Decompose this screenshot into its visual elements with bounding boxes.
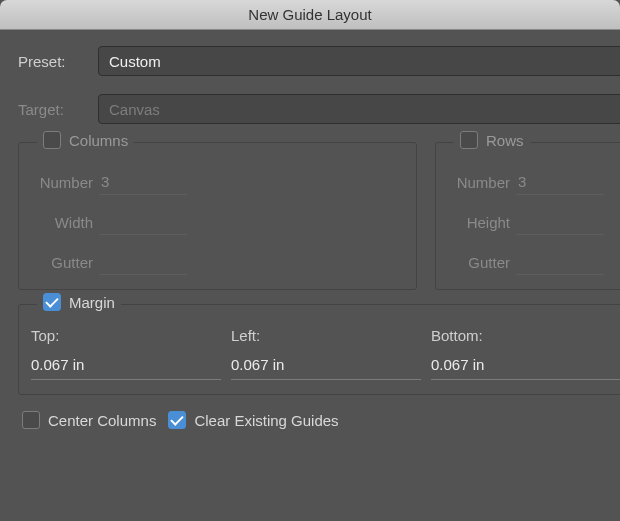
dialog-title: New Guide Layout [248,6,371,23]
rows-gutter-label: Gutter [448,254,516,271]
rows-number-label: Number [448,174,516,191]
margin-title: Margin [69,294,115,311]
rows-panel: Rows Number Height Gutter [435,142,620,290]
margin-bottom-input[interactable] [431,350,620,380]
target-label: Target: [18,101,98,118]
columns-title: Columns [69,132,128,149]
clear-guides-checkbox[interactable] [168,411,186,429]
preset-value: Custom [109,53,161,70]
rows-height-input[interactable] [516,209,604,235]
columns-gutter-label: Gutter [31,254,99,271]
margin-bottom-label: Bottom: [431,327,620,344]
center-columns-label: Center Columns [48,412,156,429]
target-select[interactable]: Canvas [98,94,620,124]
margin-left-label: Left: [231,327,421,344]
columns-panel: Columns Number Width Gutter [18,142,417,290]
target-value: Canvas [109,101,160,118]
dialog-titlebar: New Guide Layout [0,0,620,30]
margin-top-input[interactable] [31,350,221,380]
preset-label: Preset: [18,53,98,70]
center-columns-checkbox[interactable] [22,411,40,429]
columns-number-input[interactable] [99,169,187,195]
rows-height-label: Height [448,214,516,231]
margin-checkbox[interactable] [43,293,61,311]
columns-number-label: Number [31,174,99,191]
preset-select[interactable]: Custom [98,46,620,76]
columns-width-input[interactable] [99,209,187,235]
rows-checkbox[interactable] [460,131,478,149]
margin-left-input[interactable] [231,350,421,380]
margin-panel: Margin Top: Left: Bottom: Right: [18,304,620,395]
columns-checkbox[interactable] [43,131,61,149]
columns-width-label: Width [31,214,99,231]
rows-title: Rows [486,132,524,149]
clear-guides-label: Clear Existing Guides [194,412,338,429]
margin-top-label: Top: [31,327,221,344]
rows-number-input[interactable] [516,169,604,195]
columns-gutter-input[interactable] [99,249,187,275]
rows-gutter-input[interactable] [516,249,604,275]
